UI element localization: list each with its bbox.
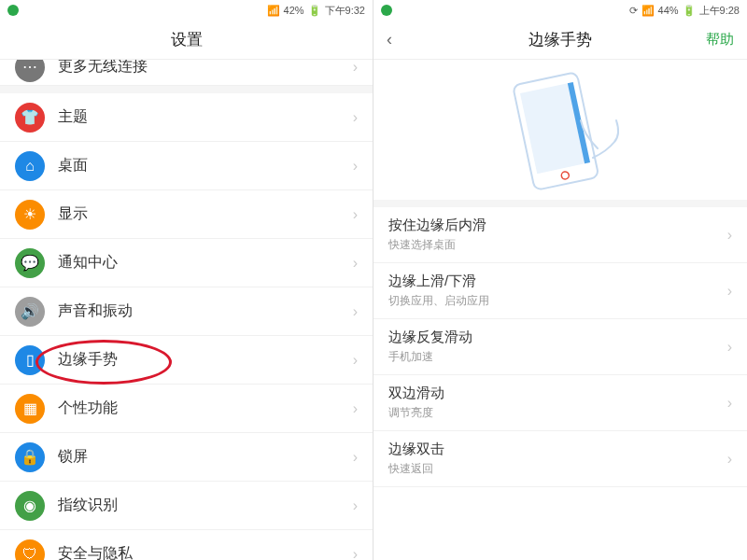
personality-icon: ▦ bbox=[15, 394, 45, 424]
battery-percent: 44% bbox=[658, 5, 679, 16]
gesture-hold-slide-in[interactable]: 按住边缘后内滑 快速选择桌面 › bbox=[374, 207, 747, 263]
chevron-right-icon: › bbox=[353, 546, 358, 561]
section-gap bbox=[0, 86, 373, 93]
sync-icon: ⟳ bbox=[629, 5, 638, 17]
row-more-wireless[interactable]: ⋯ 更多无线连接 › bbox=[0, 60, 373, 86]
chevron-right-icon: › bbox=[727, 451, 732, 468]
clock: 上午9:28 bbox=[699, 4, 740, 18]
fingerprint-icon: ◉ bbox=[15, 491, 45, 521]
edge-gesture-panel: ⟳ 📶 44% 🔋 上午9:28 ‹ 边缘手势 帮助 bbox=[374, 0, 747, 560]
row-desktop[interactable]: ⌂ 桌面 › bbox=[0, 142, 373, 190]
wifi-icon: 📶 bbox=[641, 5, 655, 17]
shield-icon: 🛡 bbox=[15, 539, 45, 561]
back-button[interactable]: ‹ bbox=[387, 30, 392, 49]
chevron-right-icon: › bbox=[353, 109, 358, 126]
row-sound[interactable]: 🔊 声音和振动 › bbox=[0, 287, 373, 336]
edge-gesture-icon: ▯ bbox=[15, 345, 45, 375]
chevron-right-icon: › bbox=[353, 303, 358, 320]
gesture-list[interactable]: 按住边缘后内滑 快速选择桌面 › 边缘上滑/下滑 切换应用、启动应用 › 边缘反… bbox=[374, 207, 747, 560]
notification-icon: 💬 bbox=[15, 248, 45, 278]
gesture-repeat-slide[interactable]: 边缘反复滑动 手机加速 › bbox=[374, 319, 747, 375]
row-display[interactable]: ☀ 显示 › bbox=[0, 190, 373, 239]
chevron-right-icon: › bbox=[353, 449, 358, 466]
chevron-right-icon: › bbox=[353, 400, 358, 417]
brightness-icon: ☀ bbox=[15, 200, 45, 230]
chevron-right-icon: › bbox=[727, 283, 732, 300]
title-bar-right: ‹ 边缘手势 帮助 bbox=[374, 21, 747, 60]
row-fingerprint[interactable]: ◉ 指纹识别 › bbox=[0, 482, 373, 530]
sound-icon: 🔊 bbox=[15, 297, 45, 327]
chevron-right-icon: › bbox=[353, 158, 358, 175]
chevron-right-icon: › bbox=[353, 255, 358, 272]
settings-list[interactable]: ⋯ 更多无线连接 › 👕 主题 › ⌂ 桌面 › ☀ 显示 › 💬 bbox=[0, 60, 373, 560]
battery-percent: 42% bbox=[284, 5, 304, 16]
clock: 下午9:32 bbox=[325, 4, 365, 18]
chevron-right-icon: › bbox=[727, 227, 732, 244]
row-security[interactable]: 🛡 安全与隐私 › bbox=[0, 530, 373, 560]
signal-icon: 📶 bbox=[267, 5, 280, 17]
row-lockscreen[interactable]: 🔒 锁屏 › bbox=[0, 433, 373, 482]
gesture-double-tap[interactable]: 边缘双击 快速返回 › bbox=[374, 431, 747, 487]
chevron-right-icon: › bbox=[353, 206, 358, 223]
status-bar-left: 📶 42% 🔋 下午9:32 bbox=[0, 0, 373, 21]
gesture-illustration bbox=[374, 60, 747, 200]
page-title: 边缘手势 bbox=[529, 29, 592, 50]
title-bar-left: 设置 bbox=[0, 21, 373, 60]
chevron-right-icon: › bbox=[353, 60, 358, 76]
row-notification[interactable]: 💬 通知中心 › bbox=[0, 239, 373, 287]
section-gap bbox=[374, 200, 747, 207]
chevron-right-icon: › bbox=[353, 352, 358, 369]
lock-icon: 🔒 bbox=[15, 442, 45, 472]
status-dot-icon bbox=[7, 5, 19, 16]
settings-panel: 📶 42% 🔋 下午9:32 设置 ⋯ 更多无线连接 › 👕 主题 › ⌂ bbox=[0, 0, 374, 560]
row-theme[interactable]: 👕 主题 › bbox=[0, 93, 373, 142]
home-icon: ⌂ bbox=[15, 151, 45, 181]
gesture-slide-updown[interactable]: 边缘上滑/下滑 切换应用、启动应用 › bbox=[374, 263, 747, 319]
theme-icon: 👕 bbox=[15, 103, 45, 133]
row-edge-gesture[interactable]: ▯ 边缘手势 › bbox=[0, 336, 373, 385]
chevron-right-icon: › bbox=[727, 395, 732, 412]
chevron-right-icon: › bbox=[353, 497, 358, 514]
status-dot-icon bbox=[381, 5, 392, 16]
gesture-double-edge[interactable]: 双边滑动 调节亮度 › bbox=[374, 375, 747, 431]
help-button[interactable]: 帮助 bbox=[706, 31, 734, 49]
status-bar-right: ⟳ 📶 44% 🔋 上午9:28 bbox=[374, 0, 747, 21]
chevron-right-icon: › bbox=[727, 339, 732, 356]
page-title: 设置 bbox=[171, 29, 203, 50]
battery-icon: 🔋 bbox=[683, 5, 696, 17]
battery-icon: 🔋 bbox=[308, 5, 321, 17]
wireless-icon: ⋯ bbox=[15, 60, 45, 82]
row-personality[interactable]: ▦ 个性功能 › bbox=[0, 385, 373, 433]
